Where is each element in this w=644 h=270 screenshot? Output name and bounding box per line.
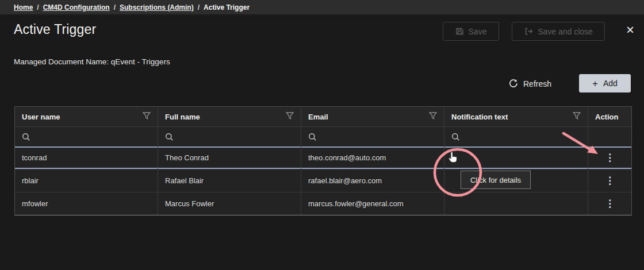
kebab-menu-icon[interactable]: ⋮ — [601, 198, 618, 210]
refresh-icon — [508, 79, 518, 88]
search-cell-full-name — [158, 127, 301, 146]
filter-icon[interactable] — [143, 112, 151, 121]
search-cell-email — [301, 127, 444, 146]
exit-arrow-icon — [524, 27, 533, 36]
table-row[interactable]: tconrad Theo Conrad theo.conrad@auto.com… — [15, 146, 631, 169]
search-cell-notification-text — [444, 127, 588, 146]
table-filter-row — [15, 127, 631, 146]
breadcrumb: Home / CM4D Configuration / Subscription… — [0, 0, 644, 14]
cell-email[interactable]: marcus.fowler@general.com — [301, 192, 444, 215]
cell-action: ⋮ — [588, 146, 631, 169]
cell-full-name[interactable]: Theo Conrad — [158, 146, 301, 169]
add-button[interactable]: + Add — [579, 74, 631, 92]
column-header-label: Action — [595, 113, 618, 121]
kebab-menu-icon[interactable]: ⋮ — [601, 175, 618, 187]
cell-email[interactable]: theo.conrad@auto.com — [301, 146, 444, 169]
cell-notification-text[interactable] — [444, 146, 588, 169]
page-title: Active Trigger — [14, 22, 96, 37]
save-and-close-button-label: Save and close — [538, 27, 593, 36]
column-header-label: Email — [308, 113, 328, 121]
save-and-close-button[interactable]: Save and close — [512, 22, 605, 41]
column-header-label: Full name — [165, 113, 200, 121]
table-row[interactable]: mfowler Marcus Fowler marcus.fowler@gene… — [15, 192, 631, 215]
search-icon — [165, 133, 174, 141]
cell-user-name[interactable]: tconrad — [15, 146, 158, 169]
filter-icon[interactable] — [429, 112, 437, 121]
search-input-full-name[interactable] — [179, 133, 294, 141]
triggers-table: User name Full name Email Notification t… — [14, 106, 632, 215]
table-row[interactable]: rblair Rafael Blair rafael.blair@aero.co… — [15, 169, 631, 192]
add-button-label: Add — [603, 79, 618, 88]
managed-document-name: Managed Document Name: qEvent - Triggers — [14, 57, 170, 66]
breadcrumb-separator: / — [198, 3, 200, 11]
breadcrumb-home[interactable]: Home — [14, 3, 33, 11]
cell-action: ⋮ — [588, 169, 631, 192]
cell-full-name[interactable]: Rafael Blair — [158, 169, 301, 192]
cell-user-name[interactable]: rblair — [15, 169, 158, 192]
search-icon — [451, 133, 460, 141]
column-header-full-name[interactable]: Full name — [158, 107, 301, 126]
column-header-email[interactable]: Email — [301, 107, 444, 126]
search-cell-action — [588, 127, 631, 146]
cell-full-name[interactable]: Marcus Fowler — [158, 192, 301, 215]
filter-icon[interactable] — [573, 112, 581, 121]
save-button-label: Save — [469, 27, 487, 36]
refresh-button[interactable]: Refresh — [505, 75, 555, 92]
breadcrumb-separator: / — [114, 3, 116, 11]
kebab-menu-icon[interactable]: ⋮ — [601, 152, 618, 164]
cell-email[interactable]: rafael.blair@aero.com — [301, 169, 444, 192]
breadcrumb-active-trigger: Active Trigger — [204, 3, 250, 11]
close-icon[interactable]: × — [623, 23, 637, 37]
search-icon — [22, 133, 30, 141]
floppy-disk-icon — [455, 27, 464, 36]
save-button[interactable]: Save — [443, 22, 499, 41]
search-icon — [308, 133, 317, 141]
breadcrumb-separator: / — [37, 3, 39, 11]
breadcrumb-cm4d-configuration[interactable]: CM4D Configuration — [43, 3, 110, 11]
cell-user-name[interactable]: mfowler — [15, 192, 158, 215]
search-cell-user-name — [15, 127, 158, 146]
column-header-notification-text[interactable]: Notification text — [444, 107, 588, 126]
search-input-email[interactable] — [322, 133, 437, 141]
filter-icon[interactable] — [286, 112, 294, 121]
plus-icon: + — [592, 79, 598, 88]
breadcrumb-subscriptions-admin[interactable]: Subscriptions (Admin) — [120, 3, 194, 11]
table-header-row: User name Full name Email Notification t… — [15, 107, 631, 127]
cell-notification-text[interactable] — [444, 169, 588, 192]
search-input-user-name[interactable] — [36, 133, 151, 141]
column-header-label: User name — [22, 113, 60, 121]
column-header-label: Notification text — [451, 113, 508, 121]
column-header-user-name[interactable]: User name — [15, 107, 158, 126]
refresh-button-label: Refresh — [523, 79, 551, 88]
search-input-notification-text[interactable] — [465, 133, 581, 141]
column-header-action: Action — [588, 107, 631, 126]
cell-action: ⋮ — [588, 192, 631, 215]
cell-notification-text[interactable] — [444, 192, 588, 215]
